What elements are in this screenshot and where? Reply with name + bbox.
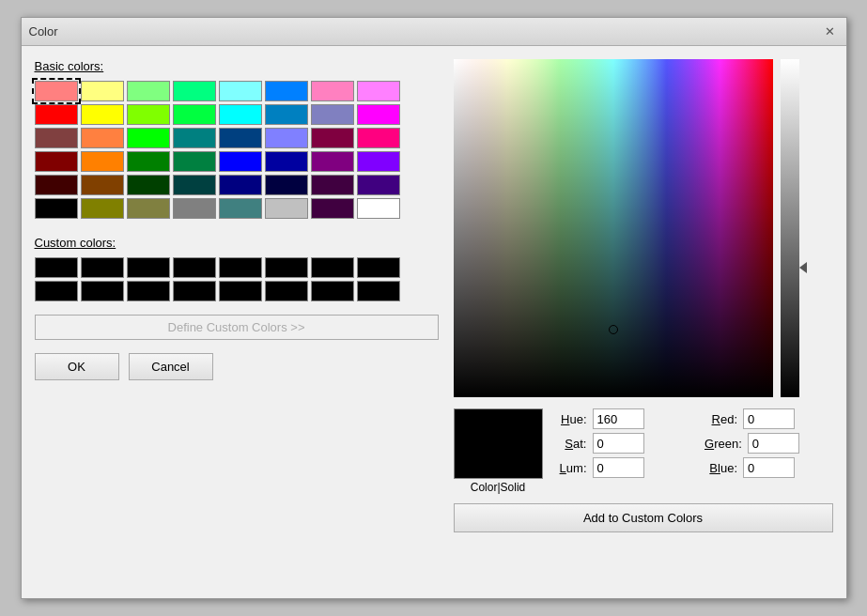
close-button[interactable]: ✕ bbox=[821, 24, 839, 38]
basic-color-swatch[interactable] bbox=[219, 198, 262, 219]
basic-color-swatch[interactable] bbox=[219, 104, 262, 125]
hue-label: Hue: bbox=[554, 412, 587, 426]
green-input-row: Green: bbox=[704, 433, 833, 454]
custom-color-swatch[interactable] bbox=[311, 257, 354, 278]
basic-color-swatch[interactable] bbox=[219, 175, 262, 195]
hue-input-row: Hue: bbox=[554, 408, 683, 429]
basic-color-swatch[interactable] bbox=[311, 151, 354, 172]
custom-color-swatch[interactable] bbox=[219, 281, 262, 301]
basic-color-swatch[interactable] bbox=[127, 151, 170, 172]
right-panel: Color|Solid Hue: Red: Sat: bbox=[454, 59, 833, 532]
basic-color-swatch[interactable] bbox=[357, 81, 400, 101]
basic-color-swatch[interactable] bbox=[35, 151, 78, 172]
basic-color-swatch[interactable] bbox=[127, 198, 170, 219]
red-input-row: Red: bbox=[704, 408, 833, 429]
custom-color-swatch[interactable] bbox=[357, 257, 400, 278]
custom-colors-grid bbox=[35, 257, 439, 301]
custom-color-swatch[interactable] bbox=[127, 257, 170, 278]
red-input[interactable] bbox=[743, 408, 795, 429]
color-inputs-area: Hue: Red: Sat: Green: bbox=[554, 408, 833, 478]
basic-color-swatch[interactable] bbox=[357, 175, 400, 195]
basic-color-swatch[interactable] bbox=[81, 128, 124, 148]
blue-input[interactable] bbox=[743, 457, 795, 478]
basic-color-swatch[interactable] bbox=[173, 175, 216, 195]
cancel-button[interactable]: Cancel bbox=[129, 353, 213, 380]
basic-color-swatch[interactable] bbox=[219, 128, 262, 148]
bottom-buttons: OK Cancel bbox=[35, 353, 439, 380]
custom-color-swatch[interactable] bbox=[35, 281, 78, 301]
lum-input[interactable] bbox=[593, 457, 644, 478]
basic-color-swatch[interactable] bbox=[127, 128, 170, 148]
dialog-body: Basic colors: Custom colors: Define Cust… bbox=[22, 46, 846, 546]
color-preview-box bbox=[454, 408, 543, 479]
custom-colors-label: Custom colors: bbox=[35, 236, 439, 250]
custom-color-swatch[interactable] bbox=[127, 281, 170, 301]
hue-slider[interactable] bbox=[781, 59, 799, 397]
basic-color-swatch[interactable] bbox=[311, 175, 354, 195]
basic-color-swatch[interactable] bbox=[265, 81, 308, 101]
basic-color-swatch[interactable] bbox=[81, 81, 124, 101]
basic-color-swatch[interactable] bbox=[311, 81, 354, 101]
basic-color-swatch[interactable] bbox=[35, 198, 78, 219]
basic-color-swatch[interactable] bbox=[35, 104, 78, 125]
custom-color-swatch[interactable] bbox=[265, 257, 308, 278]
basic-color-swatch[interactable] bbox=[35, 175, 78, 195]
custom-color-swatch[interactable] bbox=[357, 281, 400, 301]
basic-color-swatch[interactable] bbox=[265, 175, 308, 195]
red-label: Red: bbox=[704, 412, 737, 426]
basic-color-swatch[interactable] bbox=[81, 175, 124, 195]
spectrum-crosshair bbox=[609, 325, 618, 334]
basic-color-swatch[interactable] bbox=[81, 104, 124, 125]
basic-color-swatch[interactable] bbox=[357, 104, 400, 125]
basic-color-swatch[interactable] bbox=[81, 151, 124, 172]
basic-color-swatch[interactable] bbox=[173, 151, 216, 172]
basic-color-swatch[interactable] bbox=[357, 198, 400, 219]
basic-color-swatch[interactable] bbox=[81, 198, 124, 219]
sat-input[interactable] bbox=[593, 433, 644, 454]
basic-color-swatch[interactable] bbox=[173, 104, 216, 125]
color-preview-container: Color|Solid bbox=[454, 408, 543, 494]
title-bar: Color ✕ bbox=[22, 18, 846, 46]
hue-input[interactable] bbox=[593, 408, 644, 429]
basic-color-swatch[interactable] bbox=[127, 81, 170, 101]
color-spectrum[interactable] bbox=[454, 59, 773, 397]
dialog-title: Color bbox=[29, 24, 58, 38]
basic-color-swatch[interactable] bbox=[357, 151, 400, 172]
basic-color-swatch[interactable] bbox=[173, 198, 216, 219]
custom-color-swatch[interactable] bbox=[265, 281, 308, 301]
basic-color-swatch[interactable] bbox=[173, 128, 216, 148]
custom-color-swatch[interactable] bbox=[173, 281, 216, 301]
add-to-custom-button[interactable]: Add to Custom Colors bbox=[454, 503, 833, 532]
color-bottom-row: Color|Solid Hue: Red: Sat: bbox=[454, 408, 833, 494]
basic-color-swatch[interactable] bbox=[219, 81, 262, 101]
custom-color-swatch[interactable] bbox=[81, 281, 124, 301]
basic-colors-label: Basic colors: bbox=[35, 59, 439, 73]
basic-color-swatch[interactable] bbox=[127, 175, 170, 195]
basic-color-swatch[interactable] bbox=[311, 128, 354, 148]
basic-color-swatch[interactable] bbox=[265, 104, 308, 125]
basic-colors-grid bbox=[35, 81, 439, 219]
custom-color-swatch[interactable] bbox=[81, 257, 124, 278]
basic-color-swatch[interactable] bbox=[265, 198, 308, 219]
custom-color-swatch[interactable] bbox=[173, 257, 216, 278]
basic-color-swatch[interactable] bbox=[173, 81, 216, 101]
basic-color-swatch[interactable] bbox=[127, 104, 170, 125]
basic-color-swatch[interactable] bbox=[311, 198, 354, 219]
blue-label: Blue: bbox=[704, 461, 737, 475]
ok-button[interactable]: OK bbox=[35, 353, 119, 380]
basic-color-swatch[interactable] bbox=[265, 128, 308, 148]
left-panel: Basic colors: Custom colors: Define Cust… bbox=[35, 59, 439, 532]
custom-color-swatch[interactable] bbox=[35, 257, 78, 278]
custom-color-swatch[interactable] bbox=[219, 257, 262, 278]
basic-color-swatch[interactable] bbox=[35, 128, 78, 148]
basic-color-swatch[interactable] bbox=[265, 151, 308, 172]
basic-color-swatch[interactable] bbox=[357, 128, 400, 148]
green-input[interactable] bbox=[748, 433, 799, 454]
lum-input-row: Lum: bbox=[554, 457, 683, 478]
basic-color-swatch[interactable] bbox=[219, 151, 262, 172]
custom-color-swatch[interactable] bbox=[311, 281, 354, 301]
basic-color-swatch[interactable] bbox=[311, 104, 354, 125]
define-custom-colors-button[interactable]: Define Custom Colors >> bbox=[35, 315, 439, 340]
sat-label: Sat: bbox=[554, 437, 587, 451]
basic-color-swatch[interactable] bbox=[35, 81, 78, 101]
